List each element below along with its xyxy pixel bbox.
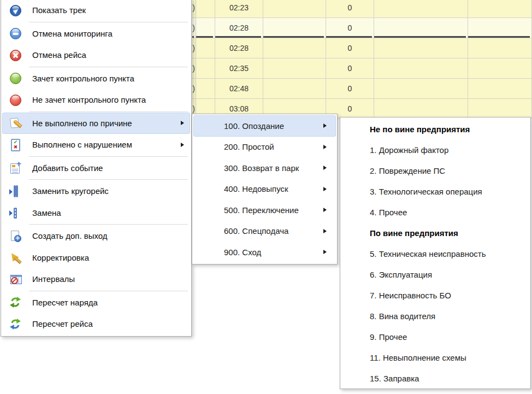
submenu-item-600-special[interactable]: 600. Спецподача [193, 221, 336, 242]
submenu-item-500-switch[interactable]: 500. Переключение [193, 199, 336, 221]
cause-item-label: 9. Прочее [370, 332, 407, 342]
reasons-submenu: 100. Опоздание 200. Простой 300. Возврат… [192, 114, 338, 264]
submenu-arrow-icon [323, 250, 327, 254]
menu-item-label: Замена [32, 208, 61, 217]
table-cell-time[interactable]: 02:35 [215, 58, 263, 79]
menu-item-checkpoint-pass[interactable]: Зачет контрольного пункта [2, 68, 190, 90]
cause-item-8-driver-fault[interactable]: 8. Вина водителя [341, 305, 529, 326]
replace-roundtrip-icon [9, 185, 21, 197]
table-cell-count[interactable]: 0 [326, 58, 374, 79]
recalc-trip-icon [9, 318, 21, 330]
menu-item-done-with-violation[interactable]: ✔✖ Выполнено с нарушением [2, 134, 190, 156]
table-cell[interactable] [263, 58, 326, 79]
intervals-icon [9, 273, 21, 285]
table-cell-fragment[interactable]: ) [192, 18, 196, 38]
submenu-arrow-icon [323, 229, 327, 233]
cause-item-3-tech-operation[interactable]: 3. Технологическая операция [341, 181, 529, 202]
table-cell-time[interactable]: 02:28 [215, 18, 263, 38]
table-cell-fragment[interactable]: ) [192, 38, 196, 58]
table-cell[interactable] [374, 99, 468, 119]
submenu-item-label: 900. Сход [224, 248, 261, 257]
menu-separator [29, 291, 188, 291]
table-cell[interactable] [263, 18, 326, 38]
menu-item-add-event[interactable]: + Добавить событие [2, 157, 190, 179]
table-cell[interactable] [263, 0, 326, 18]
table-cell-time[interactable]: 02:23 [215, 0, 263, 18]
menu-item-cancel-monitoring[interactable]: Отмена мониторинга [2, 23, 190, 45]
table-cell[interactable] [468, 99, 532, 119]
cause-item-label: 8. Вина водителя [370, 311, 435, 321]
table-cell[interactable] [196, 79, 215, 99]
menu-item-show-track[interactable]: Показать трек [2, 0, 190, 21]
cause-item-7-bo-failure[interactable]: 7. Неисправность БО [341, 285, 529, 305]
menu-separator [29, 179, 188, 180]
submenu-item-label: 200. Простой [224, 142, 274, 151]
submenu-item-label: 500. Переключение [224, 205, 299, 215]
table-cell[interactable] [468, 58, 532, 79]
table-cell[interactable] [196, 58, 215, 79]
table-cell[interactable] [468, 38, 532, 58]
table-cell[interactable] [196, 38, 215, 58]
table-cell-fragment[interactable]: ) [192, 79, 196, 99]
causes-header-label: Не по вине предприятия [370, 125, 470, 134]
table-cell-count[interactable]: 0 [326, 38, 374, 58]
table-cell-count[interactable]: 0 [326, 18, 374, 38]
table-cell-time[interactable]: 02:28 [215, 38, 263, 58]
submenu-item-300-return-to-park[interactable]: 300. Возврат в парк [193, 157, 336, 179]
menu-item-replace-roundtrip[interactable]: Заменить кругорейс [2, 180, 190, 202]
menu-item-label: Выполнено с нарушением [32, 140, 132, 149]
submenu-item-label: 600. Спецподача [224, 226, 288, 236]
menu-item-label: Зачет контрольного пункта [32, 74, 134, 83]
menu-item-create-extra-exit[interactable]: + Создать доп. выход [2, 225, 190, 247]
submenu-item-label: 400. Недовыпуск [224, 184, 288, 193]
cause-item-5-tech-failure[interactable]: 5. Техническая неисправность [341, 243, 529, 264]
menu-separator [29, 156, 188, 157]
not-done-reason-icon [9, 117, 21, 129]
table-cell[interactable] [196, 18, 215, 38]
table-cell[interactable] [468, 18, 532, 38]
submenu-item-900-dropout[interactable]: 900. Сход [193, 242, 336, 263]
menu-item-recalc-trip[interactable]: Пересчет рейса [2, 313, 190, 335]
table-cell[interactable] [374, 79, 468, 99]
table-cell[interactable] [374, 58, 468, 79]
menu-item-checkpoint-fail[interactable]: Не зачет контрольного пункта [2, 89, 190, 111]
menu-item-label: Показать трек [32, 5, 86, 15]
cause-item-label: 5. Техническая неисправность [370, 249, 486, 258]
cause-item-11-scheme-violation[interactable]: 11. Невыполнение схемы [341, 347, 529, 368]
table-cell-fragment[interactable]: ) [192, 58, 196, 79]
submenu-item-100-late[interactable]: 100. Опоздание [193, 115, 336, 137]
menu-item-replace[interactable]: Замена [2, 202, 190, 224]
table-cell[interactable] [374, 0, 468, 18]
table-cell[interactable] [263, 38, 326, 58]
table-cell[interactable] [468, 79, 532, 99]
table-cell-time[interactable]: 02:48 [215, 79, 263, 99]
menu-item-correction[interactable]: Корректировка [2, 247, 190, 269]
done-with-violation-icon: ✔✖ [9, 139, 21, 151]
causes-header-company-fault: По вине предприятия [341, 222, 529, 243]
table-cell[interactable] [196, 0, 215, 18]
table-cell-fragment[interactable]: ) [192, 0, 196, 18]
submenu-item-200-idle[interactable]: 200. Простой [193, 137, 336, 158]
table-cell-count[interactable]: 0 [326, 79, 374, 99]
menu-item-label: Пересчет наряда [32, 298, 98, 307]
menu-item-cancel-trip[interactable]: Отмена рейса [2, 44, 190, 66]
submenu-item-400-underrelease[interactable]: 400. Недовыпуск [193, 179, 336, 200]
menu-item-intervals[interactable]: Интервалы [2, 268, 190, 290]
menu-item-recalc-order[interactable]: Пересчет наряда [2, 292, 190, 314]
cause-item-2-vehicle-damage[interactable]: 2. Повреждение ПС [341, 160, 529, 181]
submenu-arrow-icon [323, 187, 327, 191]
cause-item-9-other[interactable]: 9. Прочее [341, 326, 529, 347]
cause-item-label: 15. Заправка [370, 374, 419, 383]
menu-item-label: Интервалы [32, 274, 75, 284]
table-cell-count[interactable]: 0 [326, 0, 374, 18]
table-cell[interactable] [374, 38, 468, 58]
table-cell[interactable] [374, 18, 468, 38]
cause-item-label: 3. Технологическая операция [370, 187, 482, 196]
table-cell[interactable] [468, 0, 532, 18]
menu-item-not-done-reason[interactable]: Не выполнено по причине [2, 113, 190, 134]
table-cell[interactable] [263, 79, 326, 99]
cause-item-15-refueling[interactable]: 15. Заправка [341, 368, 529, 389]
cause-item-6-exploitation[interactable]: 6. Эксплуатация [341, 264, 529, 285]
cause-item-4-other[interactable]: 4. Прочее [341, 202, 529, 222]
cause-item-1-road-factor[interactable]: 1. Дорожный фактор [341, 139, 529, 160]
